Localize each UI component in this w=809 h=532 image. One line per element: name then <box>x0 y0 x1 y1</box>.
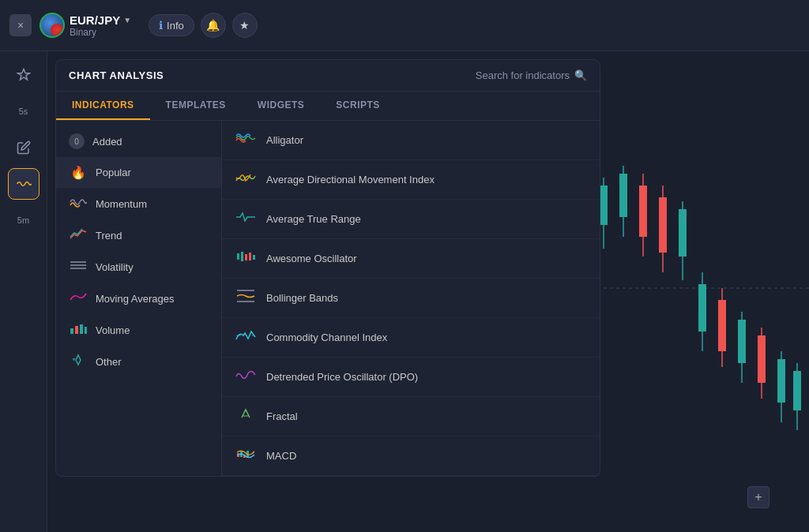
5m-label: 5m <box>17 215 29 225</box>
star-icon: ★ <box>239 19 250 32</box>
svg-rect-15 <box>639 185 647 237</box>
tab-indicators[interactable]: INDICATORS <box>56 92 150 120</box>
search-placeholder: Search for indicators <box>476 69 570 81</box>
edit-tool[interactable] <box>8 132 40 163</box>
volatility-icon <box>69 259 88 275</box>
svg-rect-29 <box>777 359 785 403</box>
svg-rect-45 <box>253 255 255 260</box>
info-icon: ℹ <box>159 19 163 32</box>
svg-rect-31 <box>793 371 801 410</box>
svg-rect-42 <box>241 252 243 261</box>
indicator-fractal-label: Fractal <box>266 410 298 422</box>
svg-rect-35 <box>70 328 73 334</box>
indicator-admi-label: Average Directional Movement Index <box>266 174 435 185</box>
category-momentum[interactable]: Momentum <box>56 188 221 219</box>
pin-tool[interactable] <box>8 59 40 91</box>
indicator-fractal[interactable]: Fractal <box>222 397 600 436</box>
bell-button[interactable]: 🔔 <box>201 13 226 38</box>
category-momentum-label: Momentum <box>96 198 147 210</box>
indicator-admi[interactable]: Average Directional Movement Index <box>222 160 600 200</box>
category-moving-averages[interactable]: Moving Averages <box>56 283 221 314</box>
panel-body: 0 Added 🔥 Popular Momentum <box>56 121 600 476</box>
ma-icon <box>69 290 88 306</box>
tab-scripts[interactable]: SCRIPTS <box>320 92 396 120</box>
category-other[interactable]: Other <box>56 346 221 377</box>
category-trend[interactable]: Trend <box>56 219 221 251</box>
currency-pair-text: EUR/JPY <box>70 13 120 27</box>
chart-analysis-panel: CHART ANALYSIS Search for indicators 🔍 I… <box>55 59 600 477</box>
5s-label: 5s <box>19 107 28 116</box>
category-volume[interactable]: Volume <box>56 314 221 346</box>
panel-title: CHART ANALYSIS <box>69 69 164 81</box>
svg-rect-43 <box>245 254 247 260</box>
svg-rect-13 <box>619 174 627 217</box>
5s-button[interactable]: 5s <box>8 96 40 127</box>
other-icon <box>69 354 88 369</box>
category-popular[interactable]: 🔥 Popular <box>56 157 221 188</box>
indicator-macd[interactable]: MACD <box>222 436 600 476</box>
fire-icon: 🔥 <box>69 165 88 180</box>
cci-icon <box>235 328 257 347</box>
currency-selector[interactable]: EUR/JPY ▼ Binary <box>40 13 131 38</box>
svg-marker-39 <box>76 355 81 365</box>
category-other-label: Other <box>96 356 122 368</box>
trend-icon <box>69 227 88 243</box>
ao-icon <box>235 249 257 268</box>
svg-rect-37 <box>80 324 83 334</box>
svg-rect-27 <box>758 335 766 383</box>
indicator-dpo-label: Detrended Price Oscillator (DPO) <box>266 371 418 383</box>
category-added[interactable]: 0 Added <box>56 126 221 157</box>
indicator-atr-label: Average True Range <box>266 213 361 225</box>
panel-tabs: INDICATORS TEMPLATES WIDGETS SCRIPTS <box>56 92 600 121</box>
svg-marker-40 <box>73 358 75 362</box>
info-label: Info <box>167 20 184 32</box>
svg-rect-21 <box>698 284 706 332</box>
category-trend-label: Trend <box>96 230 122 242</box>
chart-area: + CHART ANALYSIS Search for indicators 🔍… <box>47 51 809 532</box>
atr-icon <box>235 209 257 229</box>
momentum-icon <box>69 196 88 212</box>
fractal-icon <box>235 406 257 426</box>
indicator-bb-label: Bollinger Bands <box>266 292 338 304</box>
dpo-icon <box>235 367 257 387</box>
search-icon: 🔍 <box>574 69 587 81</box>
5m-button[interactable]: 5m <box>8 204 40 236</box>
left-sidebar: 5s 5m <box>0 51 47 532</box>
indicator-dpo[interactable]: Detrended Price Oscillator (DPO) <box>222 358 600 397</box>
wave-tool[interactable] <box>8 168 40 200</box>
categories-list: 0 Added 🔥 Popular Momentum <box>56 121 222 476</box>
svg-rect-11 <box>600 185 608 225</box>
tab-widgets[interactable]: WIDGETS <box>242 92 321 120</box>
indicator-cci-label: Commodity Channel Index <box>266 332 387 343</box>
currency-pair[interactable]: EUR/JPY ▼ <box>70 13 131 27</box>
category-volatility-label: Volatility <box>96 261 134 273</box>
search-area[interactable]: Search for indicators 🔍 <box>476 69 587 81</box>
currency-flag <box>40 13 65 38</box>
indicator-bb[interactable]: Bollinger Bands <box>222 279 600 318</box>
star-button[interactable]: ★ <box>232 13 258 38</box>
svg-rect-25 <box>738 320 746 363</box>
info-button[interactable]: ℹ Info <box>149 14 194 36</box>
tab-templates[interactable]: TEMPLATES <box>150 92 242 120</box>
svg-rect-36 <box>75 326 78 334</box>
currency-info: EUR/JPY ▼ Binary <box>70 13 131 38</box>
svg-rect-23 <box>718 300 726 351</box>
indicator-macd-label: MACD <box>266 450 296 462</box>
category-added-label: Added <box>92 136 122 148</box>
svg-rect-17 <box>659 197 667 253</box>
category-volatility[interactable]: Volatility <box>56 251 221 283</box>
svg-rect-38 <box>85 327 87 334</box>
zoom-plus-button[interactable]: + <box>747 486 769 508</box>
added-badge: 0 <box>69 133 85 149</box>
indicator-alligator[interactable]: Alligator <box>222 121 600 160</box>
bb-icon <box>235 288 257 308</box>
indicator-cci[interactable]: Commodity Channel Index <box>222 318 600 358</box>
close-button[interactable]: × <box>9 14 32 36</box>
top-bar: × EUR/JPY ▼ Binary ℹ Info 🔔 ★ <box>0 0 809 51</box>
chevron-down-icon: ▼ <box>123 16 131 24</box>
indicator-ao-label: Awesome Oscillator <box>266 253 357 264</box>
admi-icon <box>235 170 257 189</box>
indicator-ao[interactable]: Awesome Oscillator <box>222 239 600 279</box>
indicator-atr[interactable]: Average True Range <box>222 200 600 239</box>
svg-rect-41 <box>237 253 239 260</box>
